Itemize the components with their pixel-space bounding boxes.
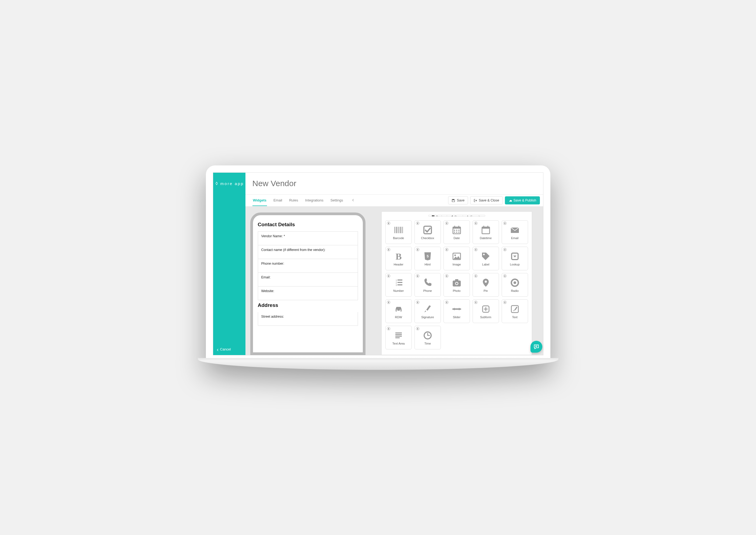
filter-basic[interactable]: Basic [428, 215, 447, 216]
widget-date[interactable]: Date [444, 220, 470, 244]
field-phone[interactable]: Phone number: [258, 259, 358, 273]
info-icon[interactable] [474, 248, 478, 252]
info-icon[interactable] [416, 274, 419, 278]
tab-widgets[interactable]: Widgets [252, 198, 267, 206]
save-label: Save [457, 199, 465, 202]
widget-header[interactable]: Header [385, 247, 412, 270]
widget-text-area[interactable]: Text Area [385, 326, 412, 350]
tab-integrations[interactable]: Integrations [305, 198, 324, 206]
header-icon [393, 251, 404, 262]
tab-email[interactable]: Email [273, 198, 283, 206]
radio-icon [509, 277, 521, 288]
widget-pin[interactable]: Pin [473, 273, 499, 297]
email-icon [509, 225, 521, 235]
field-vendor-name[interactable]: Vendor Name: * [258, 231, 358, 245]
info-icon[interactable] [503, 301, 507, 304]
chat-fab[interactable] [531, 341, 542, 352]
info-icon[interactable] [503, 274, 507, 278]
info-icon[interactable] [387, 327, 390, 331]
info-icon[interactable] [445, 301, 449, 304]
info-icon[interactable] [445, 274, 449, 278]
widget-label: Lookup [510, 263, 520, 266]
chevron-left-icon [352, 199, 355, 202]
brand-name: more app [220, 181, 244, 186]
info-icon[interactable] [474, 274, 478, 278]
tab-settings[interactable]: Settings [330, 198, 344, 206]
widget-label: Datetime [480, 237, 492, 239]
widget-label: Text Area [393, 342, 405, 345]
widget-rdw[interactable]: RDW [385, 299, 412, 323]
info-icon[interactable] [503, 222, 507, 225]
widget-barcode[interactable]: Barcode [385, 220, 412, 244]
widget-signature[interactable]: Signature [415, 299, 441, 323]
tabs-scroll-left[interactable] [350, 195, 357, 206]
save-button[interactable]: Save [448, 196, 468, 205]
barcode-icon [393, 225, 404, 235]
widget-text[interactable]: Text [502, 299, 528, 323]
field-contact-name[interactable]: Contact name (if different from the vend… [258, 245, 358, 259]
info-icon[interactable] [387, 301, 390, 304]
cloud-upload-icon [509, 199, 512, 202]
info-icon[interactable] [387, 274, 390, 278]
page-title: New Vendor [252, 179, 296, 188]
widget-datetime[interactable]: Datetime [473, 220, 499, 244]
field-email[interactable]: Email: [258, 273, 358, 287]
widget-label[interactable]: Label [473, 247, 499, 270]
widget-image[interactable]: Image [444, 247, 470, 270]
filter-favorite[interactable]: Favorite [463, 215, 485, 216]
widget-label: Html [424, 263, 431, 266]
widget-palette: Basic Pro Favorite [381, 211, 532, 355]
widget-label: Barcode [393, 237, 404, 239]
save-icon [451, 199, 455, 202]
tab-rules[interactable]: Rules [288, 198, 299, 206]
widget-email[interactable]: Email [502, 220, 528, 244]
main-column: New Vendor Widgets Email Rules Integrati… [246, 173, 543, 355]
widget-checkbox[interactable]: Checkbox [415, 220, 441, 244]
label-icon [480, 251, 492, 262]
save-close-label: Save & Close [479, 199, 499, 202]
widget-label: Signature [421, 316, 434, 319]
info-icon[interactable] [445, 222, 449, 225]
cancel-button[interactable]: Cancel [213, 195, 246, 355]
field-website[interactable]: Website: [258, 287, 358, 300]
widget-lookup[interactable]: Lookup [502, 247, 528, 270]
filter-pro[interactable]: Pro [447, 215, 463, 216]
info-icon[interactable] [416, 327, 419, 331]
tabs: Widgets Email Rules Integrations Setting… [252, 195, 357, 206]
field-street-address[interactable]: Street address: [258, 312, 358, 326]
widget-phone[interactable]: Phone [415, 273, 441, 297]
photo-icon [451, 277, 463, 288]
toolbar: Widgets Email Rules Integrations Setting… [246, 195, 543, 207]
widget-label: Number [393, 289, 404, 293]
save-publish-button[interactable]: Save & Publish [505, 196, 540, 205]
info-icon[interactable] [387, 222, 390, 225]
save-close-button[interactable]: Save & Close [470, 196, 503, 205]
widget-number[interactable]: Number [385, 273, 412, 297]
slider-icon [451, 304, 463, 314]
lookup-icon [509, 251, 521, 262]
save-publish-label: Save & Publish [513, 199, 537, 202]
widget-subform[interactable]: Subform [473, 299, 499, 323]
info-icon[interactable] [474, 301, 478, 304]
info-icon[interactable] [474, 222, 478, 225]
filter-basic-label: Basic [436, 215, 444, 216]
widget-html[interactable]: Html [415, 247, 441, 270]
info-icon[interactable] [416, 248, 419, 252]
widget-photo[interactable]: Photo [444, 273, 470, 297]
widget-time[interactable]: Time [415, 326, 441, 350]
info-icon[interactable] [416, 301, 419, 304]
info-icon[interactable] [503, 248, 507, 252]
date-icon [451, 225, 463, 235]
widget-radio[interactable]: Radio [502, 273, 528, 297]
info-icon[interactable] [445, 248, 449, 252]
wheat-icon [215, 182, 219, 186]
info-icon[interactable] [387, 248, 390, 252]
phone-icon [422, 277, 434, 288]
exit-icon [474, 199, 477, 202]
arrow-left-icon [217, 349, 219, 351]
widget-label: Checkbox [421, 237, 434, 239]
html-icon [422, 251, 434, 262]
info-icon[interactable] [416, 222, 419, 225]
widget-label: Time [424, 342, 431, 345]
widget-slider[interactable]: Slider [444, 299, 470, 323]
